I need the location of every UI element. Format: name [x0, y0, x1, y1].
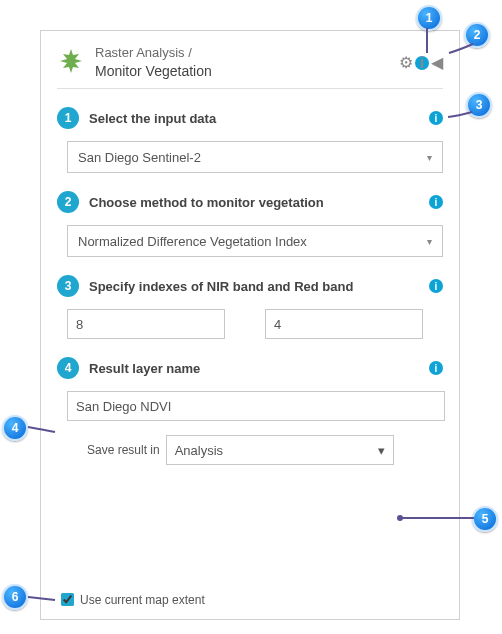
info-icon[interactable]: i	[429, 195, 443, 209]
nir-band-input[interactable]	[67, 309, 225, 339]
chevron-down-icon: ▾	[427, 236, 432, 247]
step-number: 1	[57, 107, 79, 129]
callout-1: 1	[416, 5, 442, 31]
callout-6: 6	[2, 584, 28, 610]
collapse-icon[interactable]: ◀	[431, 53, 443, 72]
step-number: 4	[57, 357, 79, 379]
save-folder-select[interactable]: Analysis ▾	[166, 435, 394, 465]
gear-icon[interactable]: ⚙	[399, 53, 413, 72]
breadcrumb: Raster Analysis /	[95, 45, 399, 62]
callout-5: 5	[472, 506, 498, 532]
analysis-panel: Raster Analysis / Monitor Vegetation ⚙ i…	[40, 30, 460, 620]
step-number: 3	[57, 275, 79, 297]
chevron-down-icon: ▾	[378, 443, 385, 458]
callout-3: 3	[466, 92, 492, 118]
select-value: Analysis	[175, 443, 223, 458]
info-icon[interactable]: i	[429, 279, 443, 293]
section-result-layer: 4 Result layer name i Save result in Ana…	[57, 357, 443, 465]
panel-header: Raster Analysis / Monitor Vegetation ⚙ i…	[57, 45, 443, 89]
info-icon[interactable]: i	[429, 361, 443, 375]
help-icon[interactable]: i	[415, 56, 429, 70]
footer: Use current map extent	[57, 590, 205, 609]
callout-2: 2	[464, 22, 490, 48]
method-select[interactable]: Normalized Difference Vegetation Index ▾	[67, 225, 443, 257]
chevron-down-icon: ▾	[427, 152, 432, 163]
section-label: Result layer name	[89, 361, 429, 376]
section-label: Specify indexes of NIR band and Red band	[89, 279, 429, 294]
leaf-icon	[57, 47, 85, 79]
section-input-data: 1 Select the input data i San Diego Sent…	[57, 107, 443, 173]
select-value: San Diego Sentinel-2	[78, 150, 201, 165]
callout-4: 4	[2, 415, 28, 441]
save-in-label: Save result in	[87, 443, 160, 457]
result-name-input[interactable]	[67, 391, 445, 421]
section-method: 2 Choose method to monitor vegetation i …	[57, 191, 443, 257]
info-icon[interactable]: i	[429, 111, 443, 125]
section-label: Select the input data	[89, 111, 429, 126]
use-extent-label: Use current map extent	[80, 593, 205, 607]
use-extent-checkbox[interactable]	[61, 593, 74, 606]
input-data-select[interactable]: San Diego Sentinel-2 ▾	[67, 141, 443, 173]
step-number: 2	[57, 191, 79, 213]
section-bands: 3 Specify indexes of NIR band and Red ba…	[57, 275, 443, 339]
section-label: Choose method to monitor vegetation	[89, 195, 429, 210]
red-band-input[interactable]	[265, 309, 423, 339]
page-title: Monitor Vegetation	[95, 62, 399, 80]
select-value: Normalized Difference Vegetation Index	[78, 234, 307, 249]
